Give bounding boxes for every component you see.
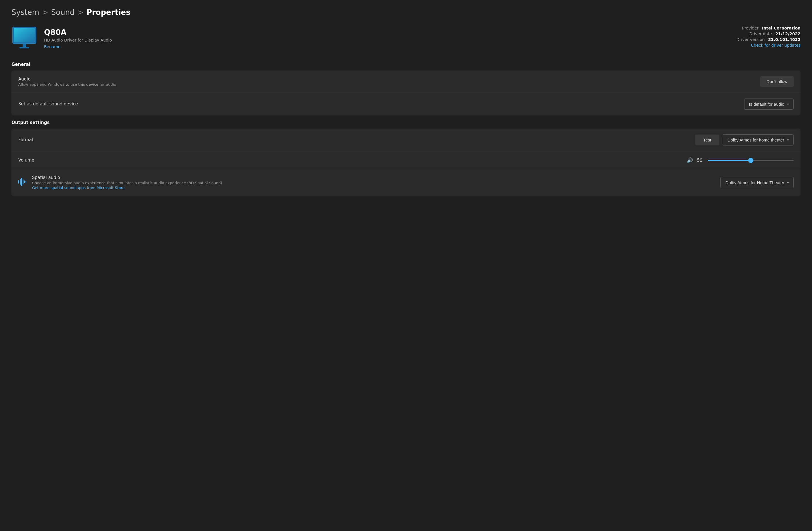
default-audio-dropdown-label: Is default for audio bbox=[749, 102, 784, 107]
default-audio-dropdown[interactable]: Is default for audio ▾ bbox=[744, 99, 794, 110]
default-title: Set as default sound device bbox=[18, 101, 78, 107]
device-name: Q80A bbox=[44, 28, 112, 37]
volume-value: 50 bbox=[697, 158, 704, 163]
spatial-text: Spatial audio Choose an immersive audio … bbox=[32, 175, 222, 190]
svg-rect-5 bbox=[20, 179, 20, 185]
spatial-title: Spatial audio bbox=[32, 175, 222, 180]
general-card: Audio Allow apps and Windows to use this… bbox=[12, 70, 800, 115]
spatial-audio-dropdown[interactable]: Dolby Atmos for Home Theater ▾ bbox=[721, 177, 794, 188]
spatial-audio-icon bbox=[18, 178, 28, 187]
volume-slider[interactable] bbox=[708, 160, 794, 161]
breadcrumb-properties: Properties bbox=[86, 8, 130, 17]
svg-rect-7 bbox=[23, 179, 24, 184]
svg-rect-3 bbox=[19, 47, 29, 48]
general-section: General Audio Allow apps and Windows to … bbox=[12, 62, 800, 115]
output-settings-section: Output settings Format Test Dolby Atmos … bbox=[12, 120, 800, 196]
volume-speaker-icon: 🔊 bbox=[687, 157, 693, 163]
breadcrumb-sep1: > bbox=[42, 8, 48, 17]
breadcrumb-sound[interactable]: Sound bbox=[51, 8, 75, 17]
device-info: Q80A HD Audio Driver for Display Audio R… bbox=[12, 26, 112, 52]
svg-rect-6 bbox=[21, 178, 22, 186]
rename-link[interactable]: Rename bbox=[44, 44, 60, 49]
driver-version-row: Driver version 31.0.101.4032 bbox=[737, 37, 800, 42]
format-dropdown[interactable]: Dolby Atmos for home theater ▾ bbox=[723, 134, 794, 145]
output-settings-card: Format Test Dolby Atmos for home theater… bbox=[12, 129, 800, 196]
driver-date-label: Driver date bbox=[749, 31, 772, 36]
driver-date-value: 21/12/2022 bbox=[775, 31, 800, 36]
format-title: Format bbox=[18, 137, 33, 142]
driver-version-value: 31.0.101.4032 bbox=[768, 37, 800, 42]
device-text: Q80A HD Audio Driver for Display Audio R… bbox=[44, 28, 112, 49]
driver-version-label: Driver version bbox=[737, 37, 765, 42]
spatial-store-link[interactable]: Get more spatial sound apps from Microso… bbox=[32, 185, 125, 190]
breadcrumb-sep2: > bbox=[77, 8, 84, 17]
driver-info: Provider Intel Corporation Driver date 2… bbox=[737, 26, 800, 47]
volume-row-left: Volume bbox=[18, 157, 34, 163]
svg-rect-9 bbox=[26, 181, 26, 182]
spatial-dropdown-label: Dolby Atmos for Home Theater bbox=[725, 180, 784, 185]
breadcrumb: System > Sound > Properties bbox=[12, 8, 800, 17]
audio-row: Audio Allow apps and Windows to use this… bbox=[12, 70, 800, 93]
provider-label: Provider bbox=[742, 26, 758, 30]
check-driver-updates-link[interactable]: Check for driver updates bbox=[737, 43, 800, 47]
volume-title: Volume bbox=[18, 157, 34, 163]
svg-rect-1 bbox=[14, 28, 35, 42]
chevron-down-icon: ▾ bbox=[787, 102, 789, 106]
default-row-left: Set as default sound device bbox=[18, 101, 78, 107]
volume-controls: 🔊 50 bbox=[687, 157, 794, 163]
format-dropdown-label: Dolby Atmos for home theater bbox=[728, 138, 784, 142]
default-device-row: Set as default sound device Is default f… bbox=[12, 93, 800, 115]
spatial-subtitle: Choose an immersive audio experience tha… bbox=[32, 181, 222, 185]
monitor-icon bbox=[12, 26, 37, 52]
format-row-left: Format bbox=[18, 137, 33, 143]
test-button[interactable]: Test bbox=[695, 135, 719, 145]
provider-value: Intel Corporation bbox=[762, 26, 800, 30]
provider-row: Provider Intel Corporation bbox=[737, 26, 800, 30]
format-chevron-icon: ▾ bbox=[787, 138, 789, 142]
format-row: Format Test Dolby Atmos for home theater… bbox=[12, 129, 800, 152]
audio-row-left: Audio Allow apps and Windows to use this… bbox=[18, 76, 116, 86]
svg-rect-8 bbox=[24, 180, 25, 183]
audio-subtitle: Allow apps and Windows to use this devic… bbox=[18, 82, 116, 86]
output-settings-heading: Output settings bbox=[12, 120, 800, 125]
audio-title: Audio bbox=[18, 76, 116, 82]
svg-rect-4 bbox=[18, 180, 19, 184]
device-subtitle: HD Audio Driver for Display Audio bbox=[44, 38, 112, 42]
svg-rect-2 bbox=[23, 43, 26, 47]
volume-row: Volume 🔊 50 bbox=[12, 152, 800, 169]
general-heading: General bbox=[12, 62, 800, 67]
spatial-audio-row: Spatial audio Choose an immersive audio … bbox=[12, 169, 800, 196]
format-controls: Test Dolby Atmos for home theater ▾ bbox=[695, 134, 794, 145]
driver-date-row: Driver date 21/12/2022 bbox=[737, 31, 800, 36]
spatial-left: Spatial audio Choose an immersive audio … bbox=[18, 175, 222, 190]
breadcrumb-system[interactable]: System bbox=[12, 8, 39, 17]
spatial-chevron-icon: ▾ bbox=[787, 181, 789, 185]
device-header: Q80A HD Audio Driver for Display Audio R… bbox=[12, 26, 800, 52]
dont-allow-button[interactable]: Don't allow bbox=[760, 76, 794, 87]
